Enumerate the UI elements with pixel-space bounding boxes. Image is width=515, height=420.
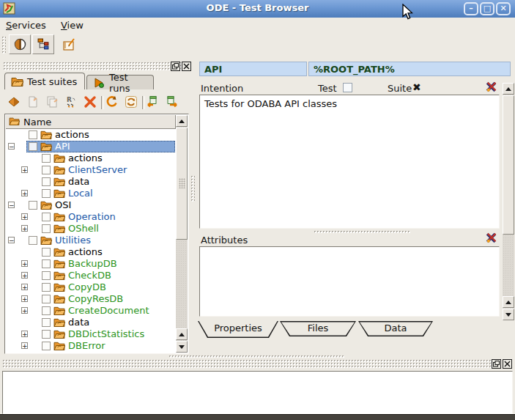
tree-row[interactable]: + DBDictStatistics: [6, 328, 176, 340]
tree-checkbox[interactable]: [42, 224, 51, 233]
tree-row[interactable]: actions: [6, 129, 176, 141]
edit-note-button[interactable]: [62, 37, 78, 53]
tab-test-runs[interactable]: Test runs: [86, 75, 154, 89]
tree-expander-icon[interactable]: −: [8, 237, 15, 243]
tree-row[interactable]: + CopyDB: [6, 281, 176, 293]
left-panel-float-button[interactable]: [171, 62, 180, 71]
tree-row[interactable]: − Utilities: [6, 235, 176, 246]
tree-row[interactable]: data: [6, 317, 176, 328]
close-button[interactable]: ✕: [496, 2, 511, 15]
scroll-up-button[interactable]: [176, 115, 188, 127]
erase-button[interactable]: [7, 95, 21, 108]
tree-expander-icon[interactable]: +: [21, 190, 28, 196]
bottom-panel-titlebar[interactable]: [2, 359, 500, 369]
vertical-splitter[interactable]: [189, 62, 196, 354]
tree-checkbox[interactable]: [29, 130, 37, 139]
tree-checkbox[interactable]: [42, 166, 51, 174]
tree-row[interactable]: actions: [6, 152, 176, 164]
tree-row[interactable]: actions: [6, 246, 176, 258]
scroll-up-button-2[interactable]: [503, 296, 514, 308]
copy-documents-button[interactable]: [45, 95, 59, 108]
tree-row[interactable]: + CopyResDB: [6, 293, 176, 305]
tree-checkbox[interactable]: [42, 154, 51, 163]
tree-row[interactable]: + Local: [6, 188, 176, 199]
tree-expander-icon[interactable]: +: [21, 307, 28, 314]
attributes-textarea[interactable]: [199, 246, 500, 317]
tree-row[interactable]: + Operation: [6, 211, 176, 223]
tree-checkbox[interactable]: [42, 342, 51, 350]
test-checkbox[interactable]: [343, 83, 352, 92]
tree-expander-icon[interactable]: +: [21, 342, 28, 349]
tree-checkbox[interactable]: [42, 177, 51, 186]
dock-splitter[interactable]: [168, 355, 344, 358]
export-document-button[interactable]: [166, 95, 179, 108]
scroll-down-button[interactable]: [176, 341, 188, 353]
refresh-button[interactable]: [125, 95, 138, 108]
delete-button[interactable]: [84, 95, 97, 108]
tree-checkbox[interactable]: [42, 248, 51, 257]
tab-files[interactable]: Files: [280, 321, 356, 336]
tree-checkbox[interactable]: [42, 306, 51, 315]
tree-checkbox[interactable]: [42, 318, 51, 327]
scroll-up-button-2[interactable]: [176, 328, 188, 340]
tab-test-suites[interactable]: Test suites: [4, 73, 85, 89]
bottom-panel-close-button[interactable]: [503, 359, 512, 369]
rename-button[interactable]: R: [64, 95, 78, 108]
scrollbar-thumb[interactable]: [503, 95, 514, 235]
tree-expander-icon[interactable]: −: [8, 202, 15, 208]
tree-checkbox[interactable]: [42, 295, 51, 303]
tree-row[interactable]: + CreateDocument: [6, 305, 176, 317]
tree-checkbox[interactable]: [42, 271, 51, 280]
tree-checkbox[interactable]: [29, 201, 37, 210]
scroll-down-button[interactable]: [503, 309, 514, 320]
tree-expander-icon[interactable]: −: [8, 143, 15, 150]
tree-row[interactable]: + CheckDB: [6, 270, 176, 281]
bottom-panel-float-button[interactable]: [492, 359, 501, 369]
tree-checkbox[interactable]: [42, 259, 51, 268]
tree-checkbox[interactable]: [42, 213, 51, 221]
tree-row[interactable]: + DBError: [6, 340, 176, 352]
intention-textarea[interactable]: Tests for ODABA API classes: [199, 95, 500, 229]
toolbar-drag-handle[interactable]: [1, 36, 6, 54]
tree-checkbox[interactable]: [42, 330, 51, 339]
tree-expander-icon[interactable]: +: [21, 166, 28, 173]
minimize-button[interactable]: –: [464, 2, 478, 15]
root-path-field[interactable]: %ROOT_PATH%: [308, 62, 511, 76]
tree-expander-icon[interactable]: +: [21, 213, 28, 220]
tree-row[interactable]: + OShell: [6, 223, 176, 235]
tree-row[interactable]: data: [6, 176, 176, 188]
tree-row[interactable]: + ClientServer: [6, 164, 176, 176]
tree-row[interactable]: − OSI: [6, 199, 176, 211]
tab-properties[interactable]: Properties: [198, 321, 278, 338]
tab-data[interactable]: Data: [358, 321, 433, 336]
attributes-clear-button[interactable]: [484, 232, 497, 244]
tree-checkbox[interactable]: [29, 236, 37, 245]
menu-item-services[interactable]: Services: [0, 18, 52, 31]
tree-expander-icon[interactable]: +: [21, 284, 28, 290]
tree-checkbox[interactable]: [42, 283, 51, 292]
scroll-up-button[interactable]: [503, 83, 514, 95]
suite-name-field[interactable]: API: [199, 62, 307, 76]
browse-mode-button[interactable]: [9, 34, 31, 54]
tree-expander-icon[interactable]: +: [21, 295, 28, 302]
tree-scrollbar[interactable]: [176, 115, 188, 353]
intention-clear-button[interactable]: [484, 81, 497, 93]
import-document-button[interactable]: [147, 95, 160, 108]
new-document-button[interactable]: [26, 95, 40, 108]
hierarchy-mode-button[interactable]: [32, 34, 54, 54]
tree-expander-icon[interactable]: +: [21, 272, 28, 279]
title-bar[interactable]: ODE - Test Browser – □ ✕: [0, 0, 515, 18]
tree-expander-icon[interactable]: +: [21, 260, 28, 267]
undo-button[interactable]: [105, 95, 119, 108]
horizontal-splitter[interactable]: [314, 230, 410, 234]
left-panel-titlebar[interactable]: [3, 62, 188, 71]
maximize-button[interactable]: □: [480, 2, 494, 15]
scrollbar-thumb[interactable]: [176, 128, 188, 240]
tree-checkbox[interactable]: [42, 189, 51, 198]
tree-header[interactable]: Name: [6, 115, 176, 129]
tree-row[interactable]: − API: [6, 141, 176, 152]
tree-expander-icon[interactable]: +: [21, 331, 28, 337]
bottom-panel-output[interactable]: [2, 371, 513, 414]
menu-item-view[interactable]: View: [55, 18, 89, 31]
tree-row[interactable]: + BackupDB: [6, 258, 176, 270]
